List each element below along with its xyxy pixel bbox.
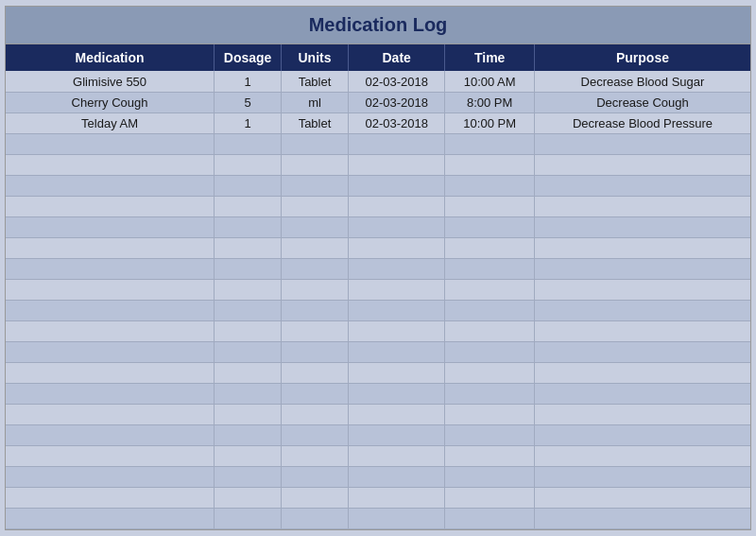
cell-units <box>282 175 349 196</box>
cell-medication <box>6 424 215 445</box>
cell-dosage <box>215 175 282 196</box>
cell-dosage <box>215 341 282 362</box>
cell-dosage <box>215 154 282 175</box>
cell-medication <box>6 383 215 404</box>
cell-units <box>282 341 349 362</box>
cell-purpose <box>534 445 750 466</box>
cell-medication <box>6 445 215 466</box>
cell-date <box>348 341 444 362</box>
header-units: Units <box>282 44 349 71</box>
cell-purpose <box>534 216 750 237</box>
cell-medication <box>6 508 215 528</box>
header-time: Time <box>445 44 535 71</box>
cell-medication: Telday AM <box>6 112 215 133</box>
cell-purpose <box>534 508 750 528</box>
cell-medication <box>6 320 215 341</box>
table-row <box>6 216 750 237</box>
cell-time: 10:00 PM <box>445 112 535 133</box>
cell-date <box>348 300 444 320</box>
table-row <box>6 154 750 175</box>
cell-units <box>282 424 349 445</box>
cell-medication <box>6 154 215 175</box>
cell-medication <box>6 362 215 383</box>
cell-date <box>348 424 444 445</box>
cell-purpose <box>534 404 750 424</box>
medication-log-container: Medication Log Medication Dosage Units D… <box>5 6 751 530</box>
table-row <box>6 404 750 424</box>
cell-time <box>445 154 535 175</box>
cell-time <box>445 133 535 154</box>
cell-medication <box>6 216 215 237</box>
cell-time <box>445 196 535 216</box>
cell-date <box>348 175 444 196</box>
table-row <box>6 424 750 445</box>
cell-purpose <box>534 196 750 216</box>
table-row <box>6 237 750 258</box>
table-row: Cherry Cough5ml02-03-20188:00 PMDecrease… <box>6 92 750 112</box>
cell-dosage <box>215 383 282 404</box>
cell-purpose <box>534 133 750 154</box>
table-row <box>6 466 750 487</box>
cell-units <box>282 362 349 383</box>
cell-dosage <box>215 424 282 445</box>
header-date: Date <box>348 44 444 71</box>
cell-purpose <box>534 362 750 383</box>
cell-units <box>282 508 349 528</box>
cell-time <box>445 487 535 508</box>
cell-date <box>348 487 444 508</box>
cell-time <box>445 216 535 237</box>
table-header-row: Medication Dosage Units Date Time Purpos… <box>6 44 750 71</box>
cell-dosage <box>215 258 282 279</box>
table-row <box>6 362 750 383</box>
cell-medication <box>6 237 215 258</box>
cell-time <box>445 466 535 487</box>
table-row <box>6 133 750 154</box>
cell-dosage: 1 <box>215 112 282 133</box>
cell-medication: Glimisive 550 <box>6 71 215 92</box>
cell-time <box>445 404 535 424</box>
cell-dosage: 1 <box>215 71 282 92</box>
medication-table: Medication Dosage Units Date Time Purpos… <box>6 44 750 529</box>
cell-time <box>445 237 535 258</box>
cell-dosage: 5 <box>215 92 282 112</box>
cell-units <box>282 404 349 424</box>
cell-dosage <box>215 445 282 466</box>
table-row <box>6 487 750 508</box>
cell-date: 02-03-2018 <box>348 92 444 112</box>
cell-dosage <box>215 320 282 341</box>
cell-time <box>445 445 535 466</box>
cell-purpose <box>534 383 750 404</box>
cell-date <box>348 445 444 466</box>
cell-purpose <box>534 320 750 341</box>
cell-time <box>445 300 535 320</box>
cell-date <box>348 133 444 154</box>
cell-time <box>445 320 535 341</box>
cell-date <box>348 216 444 237</box>
cell-purpose <box>534 466 750 487</box>
cell-units <box>282 279 349 300</box>
cell-date <box>348 404 444 424</box>
cell-purpose <box>534 237 750 258</box>
cell-purpose <box>534 424 750 445</box>
cell-units <box>282 300 349 320</box>
table-body: Glimisive 5501Tablet02-03-201810:00 AMDe… <box>6 71 750 528</box>
cell-medication <box>6 487 215 508</box>
table-row <box>6 508 750 528</box>
cell-dosage <box>215 216 282 237</box>
table-row <box>6 175 750 196</box>
table-row <box>6 279 750 300</box>
cell-medication <box>6 133 215 154</box>
cell-purpose <box>534 154 750 175</box>
cell-units <box>282 216 349 237</box>
cell-units <box>282 466 349 487</box>
cell-date <box>348 508 444 528</box>
cell-purpose <box>534 175 750 196</box>
cell-purpose <box>534 258 750 279</box>
cell-units <box>282 320 349 341</box>
cell-units <box>282 445 349 466</box>
cell-date <box>348 279 444 300</box>
cell-time <box>445 279 535 300</box>
cell-units: ml <box>282 92 349 112</box>
table-row: Telday AM1Tablet02-03-201810:00 PMDecrea… <box>6 112 750 133</box>
cell-units: Tablet <box>282 112 349 133</box>
